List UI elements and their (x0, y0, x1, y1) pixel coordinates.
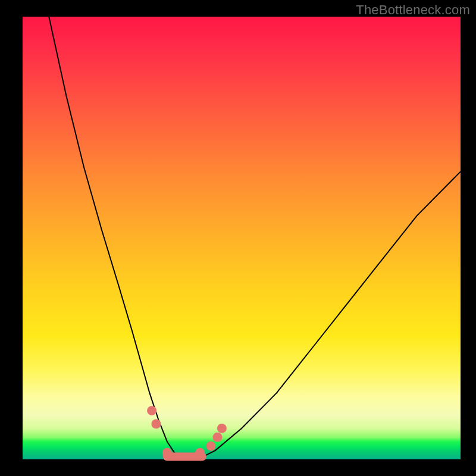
curve-marker (195, 448, 205, 458)
chart-frame: TheBottleneck.com (0, 0, 476, 476)
curve-markers (147, 406, 227, 458)
plot-area (23, 17, 461, 459)
curve-svg (23, 17, 461, 459)
curve-marker (213, 433, 223, 442)
curve-marker (206, 441, 215, 451)
curve-marker (162, 448, 172, 458)
watermark-text: TheBottleneck.com (356, 2, 470, 18)
curve-marker (147, 406, 156, 415)
curve-marker (151, 419, 161, 428)
bottleneck-curve (49, 17, 461, 459)
curve-marker (217, 424, 227, 433)
